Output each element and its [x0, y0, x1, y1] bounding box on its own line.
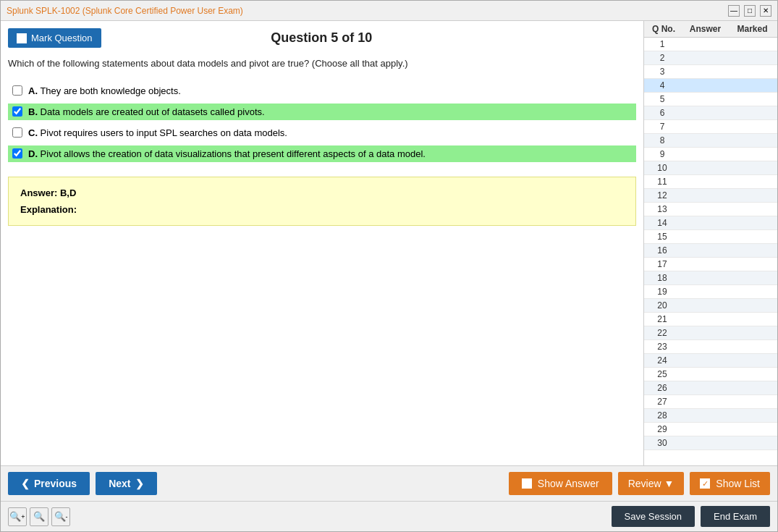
q-list[interactable]: 1234567891011121314151617181920212223242… — [644, 38, 777, 465]
q-num: 17 — [644, 259, 680, 269]
q-row[interactable]: 10 — [644, 161, 777, 175]
q-row[interactable]: 6 — [644, 106, 777, 120]
mark-question-button[interactable]: Mark Question — [8, 28, 101, 48]
option-d: D. Pivot allows the creation of data vis… — [8, 145, 636, 162]
q-num: 20 — [644, 300, 680, 311]
option-a: A. They are both knowledge objects. — [8, 83, 636, 99]
q-row[interactable]: 3 — [644, 65, 777, 79]
question-title: Question 5 of 10 — [101, 30, 542, 46]
mark-checkbox-icon — [17, 33, 27, 43]
review-label: Review — [628, 478, 661, 489]
q-row[interactable]: 21 — [644, 313, 777, 326]
q-num: 19 — [644, 287, 680, 297]
q-row[interactable]: 14 — [644, 216, 777, 230]
q-num: 12 — [644, 190, 680, 200]
q-num: 2 — [644, 53, 680, 63]
review-button[interactable]: Review ▼ — [618, 472, 685, 495]
show-answer-icon — [522, 478, 532, 489]
show-list-check-icon: ✓ — [700, 478, 710, 489]
end-exam-button[interactable]: End Exam — [701, 506, 770, 527]
option-d-checkbox[interactable] — [12, 148, 22, 159]
q-row[interactable]: 28 — [644, 409, 777, 423]
right-panel: Q No. Answer Marked 12345678910111213141… — [643, 21, 777, 465]
q-row[interactable]: 18 — [644, 271, 777, 285]
q-row[interactable]: 11 — [644, 175, 777, 189]
q-row[interactable]: 29 — [644, 423, 777, 436]
title-main: Splunk SPLK-1002 — [7, 6, 83, 16]
q-row[interactable]: 5 — [644, 93, 777, 106]
q-row[interactable]: 15 — [644, 230, 777, 244]
q-row[interactable]: 26 — [644, 381, 777, 395]
q-row[interactable]: 4 — [644, 79, 777, 93]
q-row[interactable]: 25 — [644, 368, 777, 381]
q-num: 23 — [644, 342, 680, 352]
maximize-button[interactable]: □ — [744, 5, 756, 17]
q-num: 16 — [644, 245, 680, 256]
show-list-button[interactable]: ✓ Show List — [690, 472, 770, 495]
q-num: 1 — [644, 39, 680, 49]
q-row[interactable]: 2 — [644, 51, 777, 65]
q-num: 27 — [644, 397, 680, 407]
q-row[interactable]: 12 — [644, 189, 777, 203]
zoom-controls: 🔍+ 🔍 🔍- — [8, 507, 70, 526]
q-row[interactable]: 17 — [644, 258, 777, 271]
q-row[interactable]: 24 — [644, 354, 777, 368]
header-row: Mark Question Question 5 of 10 — [8, 28, 636, 48]
q-row[interactable]: 1 — [644, 38, 777, 51]
q-num: 25 — [644, 369, 680, 379]
q-row[interactable]: 30 — [644, 436, 777, 450]
q-num: 10 — [644, 163, 680, 173]
q-table-header: Q No. Answer Marked — [644, 21, 777, 38]
mark-question-label: Mark Question — [31, 33, 93, 43]
title-bar: Splunk SPLK-1002 (Splunk Core Certified … — [1, 1, 777, 21]
next-label: Next — [109, 478, 130, 489]
q-row[interactable]: 23 — [644, 340, 777, 354]
left-panel: Mark Question Question 5 of 10 Which of … — [1, 21, 643, 465]
answer-box: Answer: B,D Explanation: — [8, 177, 636, 226]
option-b-text: B. Data models are created out of datase… — [28, 106, 265, 117]
option-c: C. Pivot requires users to input SPL sea… — [8, 124, 636, 141]
q-row[interactable]: 13 — [644, 203, 777, 216]
zoom-in-button[interactable]: 🔍+ — [8, 507, 27, 526]
show-answer-label: Show Answer — [538, 478, 599, 489]
zoom-normal-button[interactable]: 🔍 — [30, 507, 48, 526]
previous-button[interactable]: ❮ Previous — [8, 472, 90, 495]
minimize-button[interactable]: — — [728, 5, 740, 17]
q-num: 21 — [644, 314, 680, 324]
q-row[interactable]: 8 — [644, 134, 777, 148]
question-text: Which of the following statements about … — [8, 56, 636, 71]
col-marked: Marked — [729, 24, 776, 34]
q-row[interactable]: 22 — [644, 326, 777, 340]
option-b: B. Data models are created out of datase… — [8, 104, 636, 120]
q-row[interactable]: 20 — [644, 299, 777, 313]
q-row[interactable]: 9 — [644, 148, 777, 161]
show-list-label: Show List — [716, 478, 760, 489]
q-row[interactable]: 16 — [644, 244, 777, 258]
q-num: 8 — [644, 135, 680, 145]
q-num: 29 — [644, 424, 680, 434]
q-num: 18 — [644, 273, 680, 283]
close-button[interactable]: ✕ — [760, 5, 771, 17]
q-row[interactable]: 27 — [644, 395, 777, 409]
next-arrow-icon: ❯ — [135, 478, 144, 489]
zoom-out-button[interactable]: 🔍- — [51, 507, 70, 526]
app-window: Splunk SPLK-1002 (Splunk Core Certified … — [0, 0, 778, 532]
option-b-checkbox[interactable] — [12, 106, 22, 117]
review-dropdown-icon: ▼ — [664, 478, 674, 489]
q-row[interactable]: 19 — [644, 285, 777, 299]
title-text: Splunk SPLK-1002 (Splunk Core Certified … — [7, 6, 243, 16]
option-c-checkbox[interactable] — [12, 127, 22, 138]
save-session-button[interactable]: Save Session — [612, 506, 695, 527]
explanation-label: Explanation: — [20, 204, 624, 215]
title-sub: (Splunk Core Certified Power User Exam) — [83, 6, 243, 16]
bottom-bar: ❮ Previous Next ❯ Show Answer Review ▼ ✓… — [1, 465, 777, 501]
next-button[interactable]: Next ❯ — [96, 472, 156, 495]
q-num: 15 — [644, 232, 680, 242]
q-num: 24 — [644, 355, 680, 366]
option-a-checkbox[interactable] — [12, 85, 22, 96]
options-list: A. They are both knowledge objects. B. D… — [8, 83, 636, 162]
q-num: 26 — [644, 383, 680, 393]
show-answer-button[interactable]: Show Answer — [509, 472, 612, 495]
prev-arrow-icon: ❮ — [21, 478, 30, 489]
q-row[interactable]: 7 — [644, 120, 777, 134]
